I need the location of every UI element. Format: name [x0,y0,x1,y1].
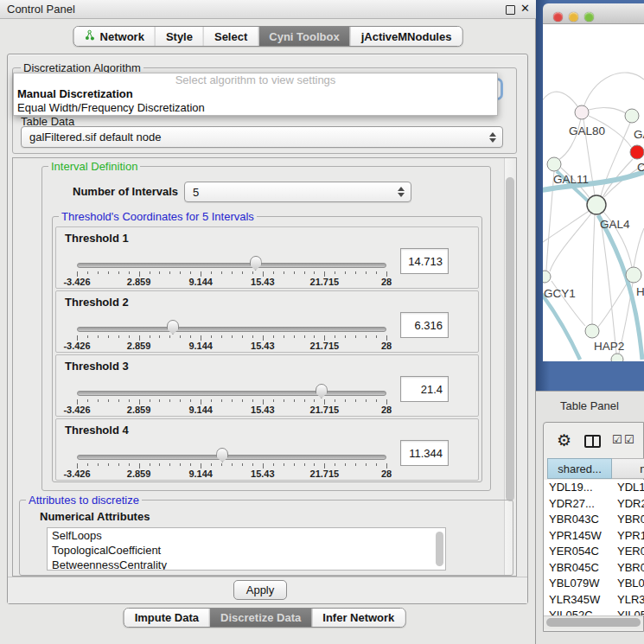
vertical-scrollbar-thumb[interactable] [506,177,514,501]
number-of-intervals-label: Number of Intervals [73,185,178,198]
network-node-label: HAP2 [594,340,624,353]
table-row[interactable]: YBR043CYBR043C [544,512,644,528]
table-row[interactable]: YBR045CYBR045C [544,560,644,577]
threshold-slider[interactable]: -3.4262.8599.14415.4321.71528 [77,256,386,289]
tick-mark [355,335,356,338]
slider-thumb[interactable] [250,256,262,271]
threshold-value-input[interactable]: 6.316 [400,312,449,338]
tab-jactivemnodules[interactable]: jActiveMNodules [350,27,462,46]
tab-cyni-toolbox[interactable]: Cyni Toolbox [258,27,349,46]
table-cell: YER054C [612,544,644,560]
horizontal-scrollbar-thumb[interactable] [546,618,641,627]
network-node[interactable] [625,109,639,123]
slider-track[interactable] [77,263,386,268]
close-traffic-light[interactable] [553,12,563,22]
network-node[interactable] [630,145,644,159]
threshold-slider[interactable]: -3.4262.8599.14415.4321.71528 [77,320,386,353]
threshold-slider[interactable]: -3.4262.8599.14415.4321.71528 [77,384,386,417]
tick-mark [335,399,335,402]
network-node[interactable] [585,324,599,338]
network-node-label: GA [634,128,644,141]
minimize-traffic-light[interactable] [569,12,578,22]
slider-thumb[interactable] [167,320,179,335]
scale-label: 9.144 [188,341,213,351]
checkbox-icon[interactable]: ☑ [624,433,634,446]
tab-select[interactable]: Select [203,27,258,46]
slider-thumb[interactable] [316,384,328,399]
network-view-canvas[interactable]: GAL80GACGAL11GAL4GCY1HHAP2 [543,24,644,361]
column-header-name[interactable]: na... [612,458,644,479]
network-node[interactable] [543,271,551,283]
tick-mark [108,399,109,402]
network-node[interactable] [626,267,641,283]
attribute-list-item[interactable]: BetweennessCentrality [48,558,445,571]
slider-thumb[interactable] [216,448,228,462]
tick-mark [169,463,170,466]
tab-network[interactable]: Network [74,27,155,46]
threshold-value-input[interactable]: 14.713 [400,248,449,274]
control-panel-titlebar: Control Panel ✕ [0,0,536,19]
tick-mark [159,335,160,338]
table-cell: YIL052C [544,608,612,615]
zoom-traffic-light[interactable] [584,12,594,22]
split-columns-icon[interactable] [584,435,601,448]
network-icon [85,29,96,43]
column-header-shared-name[interactable]: shared... [547,458,612,479]
bottom-tab-bar: Impute DataDiscretize DataInfer Network [124,608,406,628]
attribute-list-item[interactable]: TopologicalCoefficient [48,543,445,558]
number-of-intervals-combobox[interactable]: 5 [184,182,411,202]
attributes-list-scrollbar-thumb[interactable] [436,532,443,566]
attributes-fieldset-label: Attributes to discretize [26,494,142,507]
network-window-titlebar [543,3,644,24]
tab-label: jActiveMNodules [361,30,452,43]
tick-mark [242,463,243,466]
table-data-combobox[interactable]: galFiltered.sif default node [21,126,503,148]
tick-mark [98,399,99,402]
float-window-icon[interactable] [506,5,515,15]
table-row[interactable]: YLR345WYLR345W [544,592,644,609]
slider-track[interactable] [77,327,386,332]
slider-track[interactable] [77,391,386,396]
threshold-slider[interactable]: -3.4262.8599.14415.4321.71528 [77,448,386,481]
table-cell: YBR045C [612,560,644,577]
scale-label: 15.43 [251,277,275,287]
table-row[interactable]: YBL079WYBL079W [544,576,644,592]
tab-impute-data[interactable]: Impute Data [124,609,209,627]
scale-label: 28 [381,341,392,351]
checkbox-icon[interactable]: ☑ [612,433,622,446]
table-row[interactable]: YER054CYER054C [544,544,644,560]
gear-icon[interactable]: ⚙ [557,430,571,450]
tick-mark [190,335,191,338]
network-node[interactable] [575,105,589,119]
threshold-value-input[interactable]: 21.4 [400,376,449,402]
tab-discretize-data[interactable]: Discretize Data [209,609,311,627]
threshold-value-input[interactable]: 11.344 [400,440,449,466]
attribute-list-item[interactable]: SelfLoops [48,528,445,543]
tick-mark [169,399,170,402]
tick-mark [366,271,367,274]
network-node[interactable] [587,195,606,214]
slider-track[interactable] [77,455,386,460]
tick-mark [98,463,99,466]
table-row[interactable]: YDL19...YDL19... [544,480,644,496]
numerical-attributes-list[interactable]: SelfLoopsTopologicalCoefficientBetweenne… [47,527,446,571]
close-icon[interactable]: ✕ [520,2,530,15]
table-row[interactable]: YIL052CYIL052C [544,608,644,615]
table-cell: YER054C [544,544,612,560]
network-node[interactable] [611,354,623,361]
network-node[interactable] [547,157,561,171]
table-row[interactable]: YPR145WYPR145W [544,528,644,545]
table-row[interactable]: YDR27...YDR27... [544,496,644,513]
app-root: Control Panel ✕ NetworkStyleSelectCyni T… [0,0,644,644]
apply-button[interactable]: Apply [233,580,287,600]
tab-infer-network[interactable]: Infer Network [311,609,405,627]
algorithm-popup-item[interactable]: Equal Width/Frequency Discretization [14,101,497,115]
threshold-label: Threshold 2 [65,296,129,309]
table-cell: YBR045C [544,560,612,577]
tick-mark [252,335,253,338]
algorithm-popup-item[interactable]: Manual Discretization [14,87,497,101]
tick-mark [87,399,88,402]
tick-mark [284,271,284,274]
tick-mark [211,335,212,338]
tab-style[interactable]: Style [155,27,203,46]
